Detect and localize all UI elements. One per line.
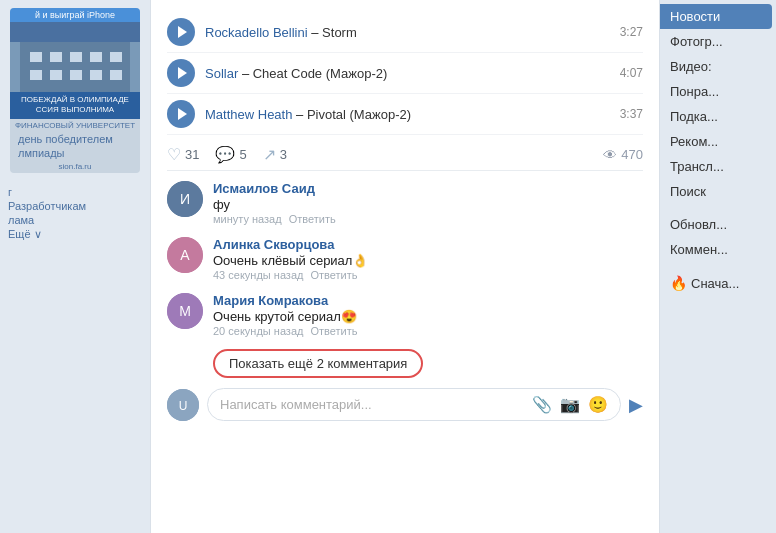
heart-icon: ♡: [167, 145, 181, 164]
sidebar-item-live[interactable]: Трансл...: [660, 154, 776, 179]
fire-icon: 🔥: [670, 275, 687, 291]
sidebar-item-comments[interactable]: Коммен...: [660, 237, 776, 262]
track-title-2: Cheat Code (Мажор-2): [253, 66, 388, 81]
svg-rect-1: [20, 42, 130, 92]
view-count: 470: [621, 147, 643, 162]
comment-text-3: Очень крутой сериал😍: [213, 309, 643, 324]
comment-time-3: 20 секунды назад: [213, 325, 303, 337]
fire-item[interactable]: 🔥 Снача...: [660, 270, 776, 296]
footer-link-more[interactable]: Ещё ∨: [0, 227, 150, 242]
nav-divider: [660, 204, 776, 212]
comment-input-row: U Написать комментарий... 📎 📷 🙂 ▶: [167, 388, 643, 421]
sidebar-item-updates[interactable]: Обновл...: [660, 212, 776, 237]
svg-text:U: U: [179, 399, 188, 413]
track-duration-2: 4:07: [620, 66, 643, 80]
emoji-icon[interactable]: 🙂: [588, 395, 608, 414]
play-button-3[interactable]: [167, 100, 195, 128]
track-info-3: Matthew Heath – Pivotal (Мажор-2): [205, 107, 610, 122]
track-separator-3: –: [296, 107, 307, 122]
left-sidebar: й и выиграй iPhone ПОБЕЖДАЙ В ОЛИМПИАДЕ: [0, 0, 150, 533]
comment-time-1: минуту назад: [213, 213, 282, 225]
play-button-1[interactable]: [167, 18, 195, 46]
svg-rect-12: [110, 70, 122, 80]
ad-top-text: й и выиграй iPhone: [10, 8, 140, 22]
eye-icon: 👁: [603, 147, 617, 163]
track-duration-1: 3:27: [620, 25, 643, 39]
share-icon: ↗: [263, 145, 276, 164]
comment-item-3: М Мария Комракова Очень крутой сериал😍 2…: [167, 293, 643, 337]
attachment-icon[interactable]: 📎: [532, 395, 552, 414]
ad-domain: sion.fa.ru: [10, 160, 140, 173]
footer-link-ad[interactable]: лама: [0, 213, 150, 227]
comment-item-1: И Исмаилов Саид фу минуту назад Ответить: [167, 181, 643, 225]
svg-rect-2: [10, 22, 140, 42]
comment-action[interactable]: 💬 5: [215, 145, 246, 164]
track-info-1: Rockadello Bellini – Storm: [205, 25, 610, 40]
ad-subdomain: ФИНАНСОВЫЙ УНИВЕРСИТЕТ: [10, 119, 140, 132]
reply-link-2[interactable]: Ответить: [311, 269, 358, 281]
sidebar-item-news[interactable]: Новости: [660, 4, 772, 29]
track-separator-1: –: [311, 25, 322, 40]
comment-author-1[interactable]: Исмаилов Саид: [213, 181, 643, 196]
reply-link-3[interactable]: Ответить: [311, 325, 358, 337]
comments-section: И Исмаилов Саид фу минуту назад Ответить…: [167, 171, 643, 421]
footer-link-dev[interactable]: Разработчикам: [0, 199, 150, 213]
right-sidebar: Новости Фотогр... Видео: Понра... Подка.…: [660, 0, 776, 533]
svg-rect-4: [50, 52, 62, 62]
comment-input-box[interactable]: Написать комментарий... 📎 📷 🙂: [207, 388, 621, 421]
ad-bottom-text: ПОБЕЖДАЙ В ОЛИМПИАДЕ ССИЯ ВЫПОЛНИМА: [10, 92, 140, 119]
svg-rect-6: [90, 52, 102, 62]
share-count: 3: [280, 147, 287, 162]
reply-link-1[interactable]: Ответить: [289, 213, 336, 225]
svg-rect-5: [70, 52, 82, 62]
track-title-3: Pivotal (Мажор-2): [307, 107, 411, 122]
nav-divider-2: [660, 262, 776, 270]
comment-meta-3: 20 секунды назад Ответить: [213, 325, 643, 337]
footer-link-g[interactable]: г: [0, 185, 150, 199]
camera-icon[interactable]: 📷: [560, 395, 580, 414]
svg-text:М: М: [179, 303, 191, 319]
comment-placeholder: Написать комментарий...: [220, 397, 372, 412]
show-more-wrapper: Показать ещё 2 комментария: [213, 349, 643, 378]
post-actions: ♡ 31 💬 5 ↗ 3 👁 470: [167, 135, 643, 171]
comment-text-1: фу: [213, 197, 643, 212]
comment-author-3[interactable]: Мария Комракова: [213, 293, 643, 308]
comment-body-2: Алинка Скворцова Оочень клёвый сериал👌 4…: [213, 237, 643, 281]
comment-count: 5: [239, 147, 246, 162]
comment-author-2[interactable]: Алинка Скворцова: [213, 237, 643, 252]
ad-link-1[interactable]: день победителем: [10, 132, 140, 146]
avatar-said: И: [167, 181, 203, 217]
comment-icon: 💬: [215, 145, 235, 164]
avatar-masha: М: [167, 293, 203, 329]
track-list: Rockadello Bellini – Storm 3:27 Sollar –…: [167, 12, 643, 135]
like-action[interactable]: ♡ 31: [167, 145, 199, 164]
share-action[interactable]: ↗ 3: [263, 145, 287, 164]
play-button-2[interactable]: [167, 59, 195, 87]
track-title-1: Storm: [322, 25, 357, 40]
avatar-alink: А: [167, 237, 203, 273]
sidebar-item-video[interactable]: Видео:: [660, 54, 776, 79]
comment-body-3: Мария Комракова Очень крутой сериал😍 20 …: [213, 293, 643, 337]
track-info-2: Sollar – Cheat Code (Мажор-2): [205, 66, 610, 81]
track-artist-2[interactable]: Sollar: [205, 66, 238, 81]
sidebar-item-photos[interactable]: Фотогр...: [660, 29, 776, 54]
sidebar-item-podcast[interactable]: Подка...: [660, 104, 776, 129]
like-count: 31: [185, 147, 199, 162]
show-more-button[interactable]: Показать ещё 2 комментария: [213, 349, 423, 378]
track-artist-3[interactable]: Matthew Heath: [205, 107, 292, 122]
svg-rect-10: [70, 70, 82, 80]
sidebar-item-search[interactable]: Поиск: [660, 179, 776, 204]
track-item-2: Sollar – Cheat Code (Мажор-2) 4:07: [167, 53, 643, 94]
sidebar-item-recommend[interactable]: Реком...: [660, 129, 776, 154]
ad-link-2[interactable]: лмпиады: [10, 146, 140, 160]
svg-rect-9: [50, 70, 62, 80]
input-avatar: U: [167, 389, 199, 421]
send-button[interactable]: ▶: [629, 394, 643, 416]
sidebar-item-liked[interactable]: Понра...: [660, 79, 776, 104]
input-icons: 📎 📷 🙂: [532, 395, 608, 414]
svg-rect-3: [30, 52, 42, 62]
comment-text-2: Оочень клёвый сериал👌: [213, 253, 643, 268]
ad-banner-1: й и выиграй iPhone ПОБЕЖДАЙ В ОЛИМПИАДЕ: [10, 8, 140, 173]
track-artist-1[interactable]: Rockadello Bellini: [205, 25, 308, 40]
track-separator-2: –: [242, 66, 253, 81]
